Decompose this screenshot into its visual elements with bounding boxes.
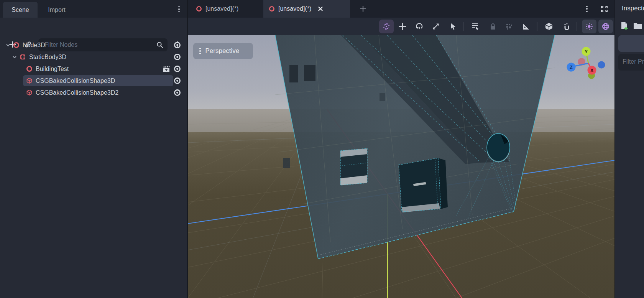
sun-icon xyxy=(585,22,594,31)
use-local-space-button[interactable] xyxy=(542,20,556,33)
expand-viewport-button[interactable] xyxy=(598,3,611,15)
tab-import-label: Import xyxy=(48,7,65,13)
tab-scene-label: Scene xyxy=(12,7,29,13)
filter-properties-searchbox[interactable]: Filter Properties xyxy=(618,54,644,71)
close-icon[interactable] xyxy=(318,6,323,12)
ruler-mode-button[interactable] xyxy=(518,20,533,33)
move-mode-button[interactable] xyxy=(395,20,410,33)
cursor-arrow-icon xyxy=(448,22,457,31)
scene-dock: Scene Import xyxy=(0,0,188,298)
node-label: Node3D xyxy=(23,42,45,49)
group-selected-button[interactable] xyxy=(502,20,516,33)
scene-tab-label: [unsaved](*) xyxy=(205,5,238,12)
scene-dock-menu-button[interactable] xyxy=(173,3,185,15)
scene-tab-unsaved-1[interactable]: [unsaved](*) xyxy=(191,0,260,18)
tree-row-staticbody3d[interactable]: StaticBody3D xyxy=(0,51,187,63)
staticbody3d-icon xyxy=(18,54,27,60)
scene-dock-tabstrip: Scene Import xyxy=(0,0,187,18)
selection-list-button[interactable] xyxy=(468,20,482,33)
door-cutout xyxy=(399,158,448,212)
gizmo-y-label: Y xyxy=(585,49,588,54)
inspector-title: Inspector xyxy=(622,5,644,12)
rotate-icon xyxy=(415,22,424,31)
perspective-menu-button[interactable]: Perspective xyxy=(193,43,253,59)
tree-row-csgbakedcollisionshape3d[interactable]: CSGBakedCollisionShape3D xyxy=(0,75,187,87)
visibility-eye-icon[interactable] xyxy=(173,53,181,61)
toolbar-separator xyxy=(537,22,537,31)
preview-environment-button[interactable] xyxy=(598,20,613,33)
lock-selected-button[interactable] xyxy=(486,20,500,33)
visibility-eye-icon[interactable] xyxy=(173,41,181,49)
csg-shape-icon xyxy=(25,89,34,96)
godot-editor-window: Scene Import xyxy=(0,0,644,298)
scale-icon xyxy=(431,22,440,31)
visibility-eye-icon[interactable] xyxy=(173,77,181,85)
list-select-icon xyxy=(470,22,480,31)
viewport-toolbar: Transform View xyxy=(188,18,614,35)
inspector-dock: Inspector Filter Properties xyxy=(614,0,644,298)
preview-sunlight-button[interactable] xyxy=(582,20,596,33)
move-icon xyxy=(398,22,407,31)
cube-icon xyxy=(544,22,554,31)
tab-import[interactable]: Import xyxy=(38,2,76,18)
snap-mode-button[interactable] xyxy=(559,20,574,33)
viewport-layout-menu-button[interactable] xyxy=(581,3,593,15)
gizmo-z-label: Z xyxy=(570,64,573,70)
new-resource-icon[interactable] xyxy=(620,21,628,30)
kebab-icon xyxy=(178,6,180,13)
fullscreen-arrows-icon xyxy=(600,5,608,13)
node-label: BuildingTest xyxy=(36,66,69,72)
scene-dock-toolbar xyxy=(0,18,187,35)
node3d-icon xyxy=(12,42,21,48)
node-label: CSGBakedCollisionShape3D2 xyxy=(36,89,118,96)
transform-tool-button[interactable] xyxy=(379,20,394,33)
tab-scene[interactable]: Scene xyxy=(3,2,38,18)
open-scene-clapper-icon[interactable] xyxy=(163,65,170,73)
new-scene-tab-button[interactable] xyxy=(356,2,370,15)
chevron-down-icon[interactable] xyxy=(5,43,12,48)
tree-row-node3d[interactable]: Node3D xyxy=(0,39,187,51)
toolbar-separator xyxy=(463,22,464,31)
visibility-eye-icon[interactable] xyxy=(173,89,181,97)
resource-name-field[interactable] xyxy=(618,35,644,52)
group-icon xyxy=(505,22,513,31)
node-label: StaticBody3D xyxy=(29,54,66,61)
scene-tab-label: [unsaved](*) xyxy=(278,5,311,12)
plus-icon xyxy=(359,5,367,13)
3d-viewport[interactable]: Y Z X Perspective xyxy=(188,35,614,298)
scale-mode-button[interactable] xyxy=(429,20,443,33)
magnet-icon xyxy=(562,22,571,31)
kebab-icon xyxy=(199,48,201,54)
tree-row-csgbakedcollisionshape3d2[interactable]: CSGBakedCollisionShape3D2 xyxy=(0,87,187,99)
rotate-mode-button[interactable] xyxy=(412,20,427,33)
visibility-eye-icon[interactable] xyxy=(173,65,181,73)
node3d-icon xyxy=(25,66,34,72)
globe-icon xyxy=(601,22,610,31)
kebab-icon xyxy=(586,6,588,12)
scene-tree: Node3D xyxy=(0,39,187,99)
toolbar-separator xyxy=(577,22,577,31)
window-cutout xyxy=(340,148,367,185)
filter-properties-placeholder: Filter Properties xyxy=(623,58,644,65)
chevron-down-icon[interactable] xyxy=(11,55,18,59)
gizmo-neg-z[interactable] xyxy=(598,61,605,69)
3d-scene-render: Y Z X xyxy=(188,35,614,298)
scene-tab-unsaved-2[interactable]: [unsaved](*) xyxy=(263,0,350,18)
node-label: CSGBakedCollisionShape3D xyxy=(36,77,115,84)
node3d-icon xyxy=(196,6,202,12)
transform-tool-icon xyxy=(382,22,391,31)
lock-icon xyxy=(489,22,497,31)
node3d-icon xyxy=(269,6,275,12)
tree-row-buildingtest[interactable]: BuildingTest xyxy=(0,63,187,75)
select-mode-button[interactable] xyxy=(445,20,460,33)
set-square-icon xyxy=(521,22,530,31)
load-resource-folder-icon[interactable] xyxy=(633,21,643,30)
perspective-label: Perspective xyxy=(205,47,240,55)
scene-tabs-bar: [unsaved](*) [unsaved](*) xyxy=(188,0,614,18)
gizmo-x-label: X xyxy=(590,68,594,73)
csg-shape-icon xyxy=(25,77,34,84)
